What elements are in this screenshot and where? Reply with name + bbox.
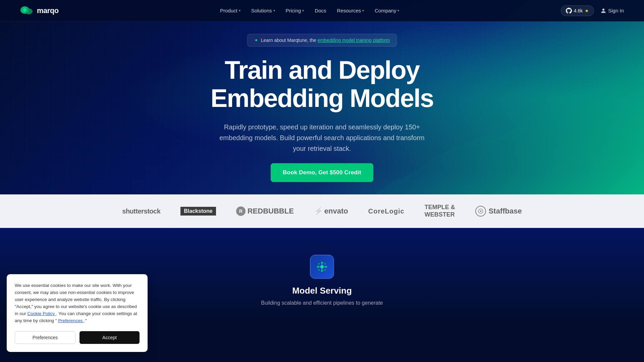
hero-content: ✦ Learn about Marqtune, the embedding mo… [197,34,447,182]
model-serving-icon [310,255,334,279]
shutterstock-text: shutterstock [122,207,160,215]
chevron-down-icon: ▾ [273,9,275,12]
corelogic-text: CoreLogic [368,207,405,215]
svg-point-2 [23,8,26,12]
staffbase-logo: Staffbase [475,206,522,217]
spark-icon: ✦ [254,38,258,43]
chevron-down-icon: ▾ [397,9,399,12]
hero-title: Train and Deploy Embedding Models [211,56,434,112]
cookie-text: We use essential cookies to make our sit… [15,282,140,324]
svg-point-9 [318,263,320,265]
hero-subtitle: Rapidly prototype, speed up iteration an… [215,122,429,154]
temple-webster-text: TEMPLE &WEBSTER [425,204,455,218]
envato-text: envato [324,207,348,216]
signin-button[interactable]: Sign In [601,8,624,13]
github-stars: 4.6k [574,8,583,13]
nav-item-company[interactable]: Company ▾ [375,8,399,13]
nav-right: 4.6k ★ Sign In [561,5,624,16]
staffbase-text: Staffbase [489,207,522,216]
nav-item-resources[interactable]: Resources ▾ [337,8,364,13]
logo-icon [20,5,34,16]
nav-item-docs[interactable]: Docs [315,8,326,13]
redbubble-icon: R [236,206,246,216]
announcement-bar[interactable]: ✦ Learn about Marqtune, the embedding mo… [247,34,397,47]
cookie-banner: We use essential cookies to make our sit… [7,274,148,352]
blackstone-logo: Blackstone [180,207,216,216]
nav-item-pricing[interactable]: Pricing ▾ [286,8,304,13]
cta-button[interactable]: Book Demo, Get $500 Credit [271,163,373,182]
logo-text: marqo [37,6,59,15]
svg-point-10 [324,263,326,265]
redbubble-logo: R REDBUBBLE [236,206,294,216]
cookie-policy-link[interactable]: Cookie Policy [28,311,56,316]
announcement-link[interactable]: embedding model training platform [318,38,390,43]
logos-strip: shutterstock Blackstone R REDBUBBLE ⚡ en… [0,194,644,228]
envato-logo: ⚡ envato [314,207,348,216]
chevron-down-icon: ▾ [362,9,364,12]
svg-point-4 [320,265,324,268]
temple-webster-logo: TEMPLE &WEBSTER [425,204,455,218]
svg-point-6 [321,270,323,272]
corelogic-logo: CoreLogic [368,207,405,215]
model-serving-description: Building scalable and efficient pipeline… [261,300,383,306]
svg-point-11 [318,269,320,271]
hero-section: ✦ Learn about Marqtune, the embedding mo… [0,0,644,194]
svg-point-7 [317,266,319,268]
redbubble-text: REDBUBBLE [248,207,294,216]
nav-item-solutions[interactable]: Solutions ▾ [251,8,275,13]
user-icon [601,8,606,13]
nav-menu: Product ▾ Solutions ▾ Pricing ▾ Docs Res… [220,8,399,13]
chevron-down-icon: ▾ [239,9,240,12]
cookie-preferences-link[interactable]: Preferences [58,318,84,323]
logo[interactable]: marqo [20,5,59,16]
chevron-down-icon: ▾ [302,9,304,12]
svg-point-5 [321,262,323,264]
staffbase-icon [475,206,486,217]
github-badge[interactable]: 4.6k ★ [561,5,594,16]
shutterstock-logo: shutterstock [122,207,160,215]
cookie-buttons: Preferences Accept [15,331,140,344]
star-icon: ★ [585,8,589,13]
preferences-button[interactable]: Preferences [15,331,75,344]
navbar: marqo Product ▾ Solutions ▾ Pricing ▾ Do… [0,0,644,21]
nav-item-product[interactable]: Product ▾ [220,8,240,13]
announcement-text: Learn about Marqtune, the embedding mode… [261,38,390,43]
model-serving-title: Model Serving [292,286,352,296]
svg-point-12 [324,269,326,271]
envato-bolt-icon: ⚡ [314,207,323,216]
accept-button[interactable]: Accept [79,331,140,344]
github-icon [566,8,572,14]
blackstone-text: Blackstone [180,207,216,216]
signin-label: Sign In [608,8,624,13]
svg-point-8 [325,266,327,268]
